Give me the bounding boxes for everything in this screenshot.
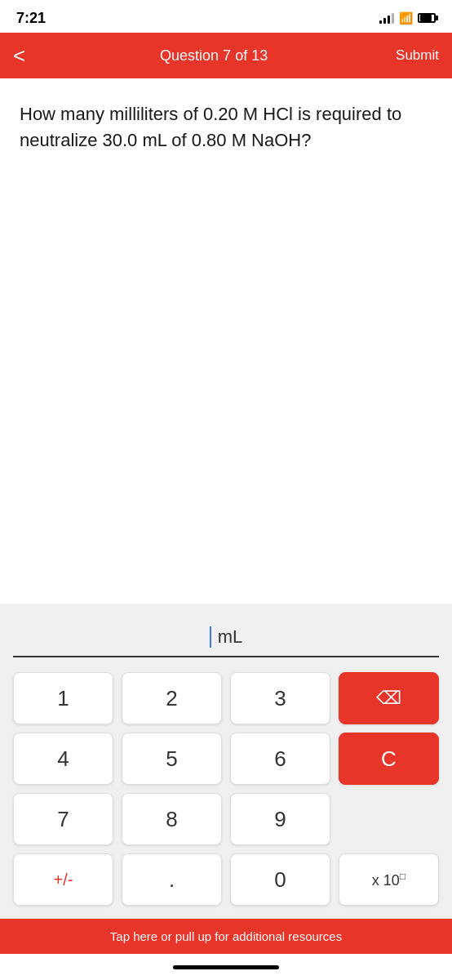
key-2[interactable]: 2 bbox=[122, 672, 222, 724]
key-9[interactable]: 9 bbox=[230, 793, 330, 845]
status-time: 7:21 bbox=[16, 10, 46, 27]
key-decimal[interactable]: . bbox=[122, 853, 222, 906]
key-empty-placeholder bbox=[339, 793, 439, 845]
header: < Question 7 of 13 Submit bbox=[0, 33, 452, 78]
key-6[interactable]: 6 bbox=[230, 733, 330, 785]
keypad: 1 2 3 ⌫ 4 5 6 C 7 8 9 +/- . 0 x 10□ bbox=[13, 672, 439, 919]
key-1[interactable]: 1 bbox=[13, 672, 113, 724]
question-text: How many milliliters of 0.20 M HCl is re… bbox=[20, 101, 432, 154]
home-bar bbox=[173, 965, 279, 969]
input-display: mL bbox=[13, 620, 439, 657]
key-3[interactable]: 3 bbox=[230, 672, 330, 724]
key-8[interactable]: 8 bbox=[122, 793, 222, 845]
clear-icon: C bbox=[381, 746, 397, 772]
x100-label: x 10□ bbox=[372, 871, 405, 889]
main-content: How many milliliters of 0.20 M HCl is re… bbox=[0, 78, 452, 604]
calculator-area: mL 1 2 3 ⌫ 4 5 6 C 7 8 9 +/- . 0 x 10□ bbox=[0, 604, 452, 919]
submit-button[interactable]: Submit bbox=[396, 47, 439, 64]
resources-bar[interactable]: Tap here or pull up for additional resou… bbox=[0, 919, 452, 954]
signal-icon bbox=[379, 12, 394, 24]
key-x100[interactable]: x 10□ bbox=[339, 853, 439, 906]
key-0[interactable]: 0 bbox=[230, 853, 330, 906]
battery-icon bbox=[418, 13, 436, 23]
header-title: Question 7 of 13 bbox=[32, 47, 396, 65]
key-5[interactable]: 5 bbox=[122, 733, 222, 785]
key-backspace[interactable]: ⌫ bbox=[339, 672, 439, 724]
back-button[interactable]: < bbox=[13, 42, 32, 69]
key-sign[interactable]: +/- bbox=[13, 853, 113, 906]
input-unit: mL bbox=[218, 626, 243, 648]
key-4[interactable]: 4 bbox=[13, 733, 113, 785]
input-cursor bbox=[210, 626, 211, 648]
backspace-icon: ⌫ bbox=[376, 688, 401, 709]
key-clear[interactable]: C bbox=[339, 733, 439, 785]
wifi-icon: 📶 bbox=[399, 11, 413, 24]
status-bar: 7:21 📶 bbox=[0, 0, 452, 33]
status-icons: 📶 bbox=[379, 11, 436, 24]
resources-label: Tap here or pull up for additional resou… bbox=[110, 929, 342, 943]
key-7[interactable]: 7 bbox=[13, 793, 113, 845]
home-indicator bbox=[0, 954, 452, 980]
